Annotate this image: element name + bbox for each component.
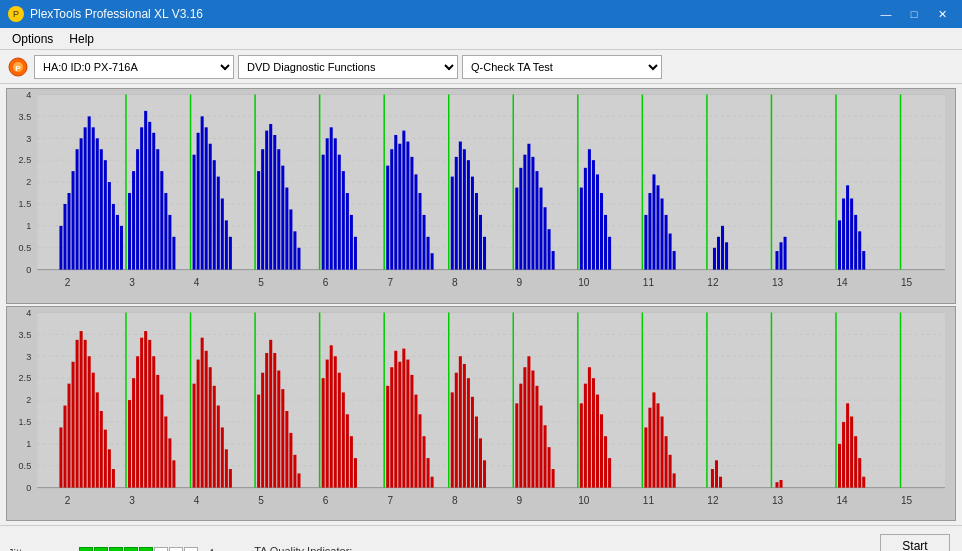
- svg-rect-283: [584, 383, 587, 487]
- svg-rect-222: [221, 427, 224, 487]
- svg-rect-307: [838, 443, 841, 487]
- svg-rect-89: [402, 131, 405, 270]
- svg-rect-117: [552, 251, 555, 270]
- svg-rect-128: [644, 215, 647, 270]
- svg-rect-30: [92, 127, 95, 269]
- jitter-seg-2: [94, 547, 108, 552]
- svg-rect-193: [84, 339, 87, 487]
- svg-rect-272: [519, 383, 522, 487]
- svg-rect-207: [148, 339, 151, 487]
- svg-rect-58: [217, 177, 220, 270]
- svg-text:9: 9: [517, 276, 523, 288]
- svg-rect-265: [467, 378, 470, 487]
- svg-rect-257: [423, 436, 426, 487]
- svg-rect-296: [665, 436, 668, 487]
- svg-rect-298: [673, 473, 676, 487]
- svg-rect-78: [334, 138, 337, 269]
- svg-rect-286: [596, 394, 599, 487]
- svg-rect-119: [580, 188, 583, 270]
- svg-text:8: 8: [452, 493, 458, 505]
- svg-rect-261: [451, 392, 454, 487]
- svg-rect-103: [471, 177, 474, 270]
- svg-rect-109: [519, 168, 522, 270]
- svg-rect-252: [402, 348, 405, 487]
- svg-rect-70: [285, 188, 288, 270]
- svg-rect-29: [88, 116, 91, 269]
- svg-rect-248: [386, 385, 389, 487]
- svg-rect-22: [59, 226, 62, 270]
- svg-text:2: 2: [65, 493, 71, 505]
- svg-text:0: 0: [26, 481, 31, 492]
- svg-rect-36: [116, 215, 119, 270]
- svg-text:9: 9: [517, 493, 523, 505]
- svg-rect-71: [289, 209, 292, 269]
- top-chart: 0 0.5 1 1.5 2 2.5 3 3.5 4: [6, 88, 956, 304]
- svg-rect-226: [257, 394, 260, 487]
- svg-rect-253: [406, 359, 409, 487]
- svg-rect-233: [285, 411, 288, 488]
- drive-select[interactable]: HA:0 ID:0 PX-716A: [34, 55, 234, 79]
- svg-text:4: 4: [194, 493, 200, 505]
- svg-rect-211: [164, 416, 167, 487]
- svg-rect-77: [330, 127, 333, 269]
- svg-rect-85: [386, 166, 389, 270]
- svg-rect-284: [588, 367, 591, 487]
- svg-rect-33: [104, 160, 107, 269]
- svg-rect-59: [221, 198, 224, 269]
- svg-rect-254: [410, 374, 413, 487]
- svg-text:5: 5: [258, 493, 264, 505]
- svg-rect-139: [721, 226, 724, 270]
- svg-text:8: 8: [452, 276, 458, 288]
- svg-rect-56: [209, 144, 212, 270]
- svg-rect-93: [418, 193, 421, 270]
- svg-text:3: 3: [26, 350, 31, 361]
- svg-rect-81: [346, 193, 349, 270]
- svg-rect-80: [342, 171, 345, 270]
- svg-rect-194: [88, 356, 91, 487]
- svg-rect-40: [132, 171, 135, 270]
- svg-rect-76: [326, 138, 329, 269]
- svg-rect-144: [784, 237, 787, 270]
- svg-rect-112: [531, 157, 534, 270]
- bottom-chart: 0 0.5 1 1.5 2 2.5 3 3.5 4: [6, 306, 956, 522]
- svg-rect-152: [862, 251, 865, 270]
- toolbar: P HA:0 ID:0 PX-716A DVD Diagnostic Funct…: [0, 50, 962, 84]
- svg-rect-311: [854, 436, 857, 487]
- svg-rect-150: [854, 215, 857, 270]
- svg-rect-34: [108, 182, 111, 270]
- minimize-button[interactable]: —: [874, 5, 898, 23]
- svg-rect-297: [669, 454, 672, 487]
- svg-rect-187: [59, 427, 62, 487]
- svg-rect-54: [201, 116, 204, 269]
- svg-rect-60: [225, 220, 228, 269]
- svg-rect-68: [277, 149, 280, 269]
- svg-rect-88: [398, 144, 401, 270]
- function-select[interactable]: DVD Diagnostic Functions: [238, 55, 458, 79]
- svg-rect-138: [717, 237, 720, 270]
- svg-rect-86: [390, 149, 393, 269]
- test-select[interactable]: Q-Check TA Test: [462, 55, 662, 79]
- svg-rect-151: [858, 231, 861, 269]
- svg-rect-116: [548, 229, 551, 270]
- svg-text:2: 2: [26, 176, 31, 187]
- svg-text:4: 4: [194, 276, 200, 288]
- menu-help[interactable]: Help: [61, 30, 102, 48]
- svg-rect-111: [527, 144, 530, 270]
- svg-rect-280: [552, 469, 555, 488]
- svg-rect-25: [72, 171, 75, 270]
- svg-text:15: 15: [901, 276, 912, 288]
- close-button[interactable]: ✕: [930, 5, 954, 23]
- svg-rect-122: [592, 160, 595, 269]
- svg-rect-243: [342, 392, 345, 487]
- start-button[interactable]: Start: [880, 534, 950, 552]
- maximize-button[interactable]: □: [902, 5, 926, 23]
- svg-rect-53: [197, 133, 200, 270]
- svg-rect-295: [661, 416, 664, 487]
- menu-options[interactable]: Options: [4, 30, 61, 48]
- svg-rect-121: [588, 149, 591, 269]
- svg-rect-27: [80, 138, 83, 269]
- svg-rect-255: [414, 394, 417, 487]
- svg-rect-263: [459, 356, 462, 487]
- jitter-label: Jitter:: [8, 547, 73, 552]
- svg-text:7: 7: [387, 493, 393, 505]
